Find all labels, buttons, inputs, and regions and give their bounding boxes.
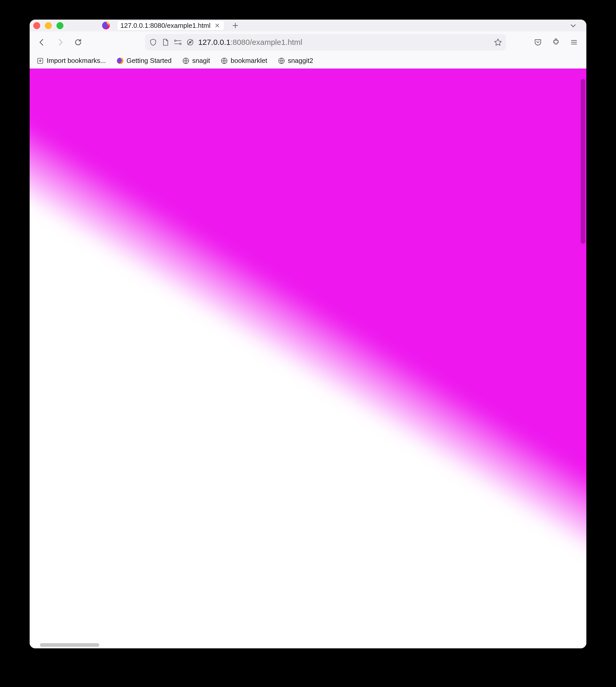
tab-strip: 127.0.0.1:8080/example1.html xyxy=(30,20,586,31)
page-info-icon[interactable] xyxy=(161,38,170,47)
back-button[interactable] xyxy=(34,35,50,50)
bookmark-import[interactable]: Import bookmarks... xyxy=(34,55,108,66)
vertical-scrollbar[interactable] xyxy=(581,79,585,244)
bookmark-label: snaggit2 xyxy=(288,57,313,65)
window-controls xyxy=(33,22,63,29)
globe-icon xyxy=(182,57,190,65)
tab-title: 127.0.0.1:8080/example1.html xyxy=(120,22,211,30)
bookmark-label: Import bookmarks... xyxy=(47,57,106,65)
forward-button[interactable] xyxy=(52,35,68,50)
window-minimize-button[interactable] xyxy=(45,22,52,29)
window-close-button[interactable] xyxy=(33,22,40,29)
tracking-protection-icon[interactable] xyxy=(186,38,195,47)
tab-close-button[interactable] xyxy=(214,22,221,29)
globe-icon xyxy=(278,57,285,65)
save-to-pocket-button[interactable] xyxy=(530,35,546,50)
window-zoom-button[interactable] xyxy=(57,22,63,29)
globe-icon xyxy=(220,57,228,65)
extensions-button[interactable] xyxy=(548,35,564,50)
permissions-icon[interactable] xyxy=(173,38,182,47)
new-tab-button[interactable] xyxy=(231,21,240,30)
import-icon xyxy=(36,57,44,65)
page-viewport xyxy=(30,69,586,648)
nav-toolbar: 127.0.0.1:8080/example1.html xyxy=(30,31,586,53)
bookmark-snaggit2[interactable]: snaggit2 xyxy=(276,55,315,66)
url-path: :8080/example1.html xyxy=(230,38,302,46)
page-gradient xyxy=(30,69,586,648)
shield-icon[interactable] xyxy=(149,38,157,47)
firefox-icon xyxy=(116,57,124,65)
tab-active[interactable]: 127.0.0.1:8080/example1.html xyxy=(117,21,224,30)
app-menu-button[interactable] xyxy=(566,35,582,50)
svg-point-5 xyxy=(555,39,557,40)
bookmarks-toolbar: Import bookmarks... Getting Started snag… xyxy=(30,53,586,69)
firefox-icon xyxy=(102,21,110,30)
bookmark-label: bookmarklet xyxy=(231,57,267,65)
bookmark-getting-started[interactable]: Getting Started xyxy=(114,55,174,66)
horizontal-scrollbar[interactable] xyxy=(40,643,99,647)
url-bar[interactable]: 127.0.0.1:8080/example1.html xyxy=(145,34,506,50)
url-host: 127.0.0.1 xyxy=(198,38,230,46)
url-text: 127.0.0.1:8080/example1.html xyxy=(198,38,490,47)
bookmark-label: Getting Started xyxy=(127,57,172,65)
reload-button[interactable] xyxy=(70,35,86,50)
bookmark-label: snagit xyxy=(192,57,210,65)
browser-window: 127.0.0.1:8080/example1.html xyxy=(30,20,586,648)
bookmark-bookmarklet[interactable]: bookmarklet xyxy=(218,55,269,66)
list-all-tabs-button[interactable] xyxy=(569,21,578,30)
bookmark-snagit[interactable]: snagit xyxy=(180,55,212,66)
bookmark-star-icon[interactable] xyxy=(493,38,502,47)
